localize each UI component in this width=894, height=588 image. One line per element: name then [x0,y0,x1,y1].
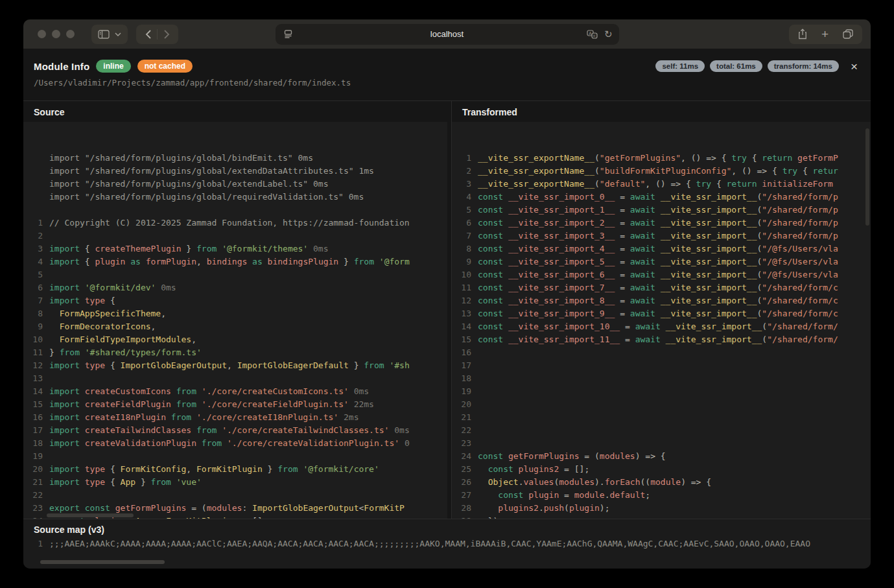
line-number: 4 [452,191,471,204]
line-number: 11 [452,281,471,294]
svg-text:x: x [593,34,595,38]
code-line: 2 [23,229,447,242]
line-number: 21 [23,476,43,489]
address-bar[interactable]: localhost A x [276,24,619,45]
source-horizontal-scrollbar[interactable] [47,513,134,517]
sourcemap-horizontal-scrollbar[interactable] [40,560,165,564]
line-number: 16 [452,346,471,359]
reload-icon[interactable]: ↻ [604,29,613,39]
page-title: Module Info [34,61,89,72]
code-line: 5const __vite_ssr_import_1__ = await __v… [452,204,871,217]
minimize-window-button[interactable] [52,30,60,38]
forward-button[interactable] [158,25,176,43]
code-text: __vite_ssr_exportName__("getFormPlugins"… [478,152,838,165]
code-text: ;;;AAEA;AAAkC;AAAA;AAAA;AAAA;AAClC;AAEA;… [49,537,810,550]
line-number: 1 [23,217,43,229]
code-line: 13 [23,372,447,385]
line-number [23,204,43,217]
share-icon[interactable] [798,29,807,40]
line-number: 12 [23,359,43,372]
transformed-code[interactable]: 1__vite_ssr_exportName__("getFormPlugins… [452,122,871,519]
line-number: 6 [23,281,43,294]
translate-icon[interactable]: A x [587,30,598,39]
line-number: 16 [23,411,43,424]
browser-toolbar: localhost A x [23,19,871,49]
toolbar-right-buttons: + [789,25,862,44]
line-number: 8 [452,242,471,255]
code-line: 28 plugins2.push(plugin); [452,502,871,515]
code-text: import type { [49,294,115,307]
sourcemap-section: Source map (v3) 1;;;AAEA;AAAkC;AAAA;AAAA… [23,519,871,569]
code-text: const __vite_ssr_import_10__ = await __v… [478,320,838,333]
line-number [23,152,43,165]
code-line: 27 const plugin = module.default; [452,489,871,502]
chevron-down-icon [115,32,121,36]
code-line: 25 const plugins2 = []; [452,463,871,476]
status-badge-inline: inline [96,60,130,73]
line-number: 22 [23,489,43,502]
code-text: import "/shared/form/plugins/global/exte… [49,178,328,191]
code-line: 1__vite_ssr_exportName__("getFormPlugins… [452,152,871,165]
code-line: 9const __vite_ssr_import_5__ = await __v… [452,255,871,268]
code-line: 22 [23,489,447,502]
line-number: 1 [23,537,43,550]
line-number [23,178,43,191]
line-number: 10 [452,268,471,281]
sidebar-toggle-button[interactable] [91,25,128,44]
timing-badge-transform: transform: 14ms [768,60,839,72]
code-text: export const getFormPlugins = (modules: … [49,502,405,515]
code-line: 12const __vite_ssr_import_8__ = await __… [452,294,871,307]
code-panels: Source import "/shared/form/plugins/glob… [23,100,871,519]
code-line: import "/shared/form/plugins/global/requ… [23,191,447,204]
back-button[interactable] [139,25,157,43]
line-number: 23 [452,437,471,450]
window-controls [38,30,75,38]
browser-window: localhost A x [23,19,871,569]
transformed-vertical-scrollbar[interactable] [865,128,869,226]
code-line [23,204,447,217]
line-number: 15 [452,333,471,346]
navigation-buttons [136,25,178,44]
code-line: 4import { plugin as formPlugin, bindings… [23,255,447,268]
line-number: 18 [23,437,43,450]
code-line: 17 [452,359,871,372]
code-line: 8 FormAppSpecificTheme, [23,307,447,320]
line-number: 23 [23,502,43,515]
line-number: 26 [452,476,471,489]
line-number: 25 [452,463,471,476]
code-text: __vite_ssr_exportName__("buildFormKitPlu… [478,165,838,178]
code-text: const __vite_ssr_import_1__ = await __vi… [478,204,838,217]
code-text: const __vite_ssr_import_3__ = await __vi… [478,229,838,242]
sidebar-icon [98,30,110,39]
code-line: import "/shared/form/plugins/global/bind… [23,152,447,165]
code-line: 14const __vite_ssr_import_10__ = await _… [452,320,871,333]
timing-badges: self: 11ms total: 61ms transform: 14ms [655,60,838,72]
line-number: 14 [23,385,43,398]
source-code[interactable]: import "/shared/form/plugins/global/bind… [23,122,447,519]
line-number: 7 [23,294,43,307]
line-number [23,191,43,204]
transformed-panel-title: Transformed [452,101,871,122]
line-number: 22 [452,424,471,437]
code-line: 6import '@formkit/dev' 0ms [23,281,447,294]
code-text: const __vite_ssr_import_7__ = await __vi… [478,281,838,294]
transformed-panel: Transformed 1__vite_ssr_exportName__("ge… [451,101,871,519]
new-tab-button[interactable]: + [821,28,829,40]
zoom-window-button[interactable] [66,30,75,38]
line-number: 3 [23,242,43,255]
line-number: 6 [452,217,471,229]
line-number: 17 [452,359,471,372]
code-line: 12import type { ImportGlobEagerOutput, I… [23,359,447,372]
line-number: 5 [23,268,43,281]
close-panel-button[interactable]: × [851,60,858,73]
line-number: 1 [452,152,471,165]
close-window-button[interactable] [38,30,46,38]
code-text: FormFieldTypeImportModules, [49,333,196,346]
tab-overview-icon[interactable] [843,29,853,39]
line-number: 11 [23,346,43,359]
code-text: FormAppSpecificTheme, [49,307,166,320]
code-line: 21import type { App } from 'vue' [23,476,447,489]
sourcemap-code[interactable]: 1;;;AAEA;AAAkC;AAAA;AAAA;AAAA;AAClC;AAEA… [23,537,871,550]
reader-icon[interactable] [283,30,293,38]
code-text: const plugin = module.default; [478,489,650,502]
